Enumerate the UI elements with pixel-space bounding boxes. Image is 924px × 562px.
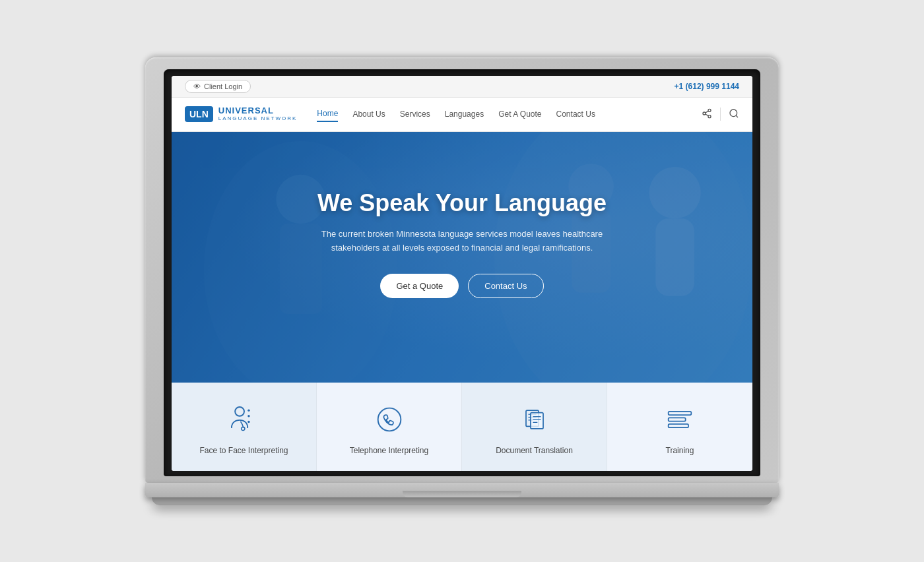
website: 👁 Client Login +1 (612) 999 1144 ULN UNI… bbox=[172, 76, 752, 471]
share-icon bbox=[702, 108, 712, 119]
svg-rect-25 bbox=[530, 412, 543, 428]
telephone-label: Telephone Interpreting bbox=[350, 446, 428, 455]
laptop-bottom bbox=[152, 497, 772, 505]
client-login-button[interactable]: 👁 Client Login bbox=[185, 80, 251, 93]
service-card-training[interactable]: Training bbox=[607, 383, 752, 471]
svg-line-6 bbox=[736, 115, 738, 117]
eye-icon: 👁 bbox=[193, 82, 201, 90]
screen-bezel: 👁 Client Login +1 (612) 999 1144 ULN UNI… bbox=[164, 69, 760, 476]
svg-rect-30 bbox=[669, 418, 686, 421]
screen: 👁 Client Login +1 (612) 999 1144 ULN UNI… bbox=[172, 76, 752, 471]
get-quote-button[interactable]: Get a Quote bbox=[380, 274, 459, 298]
training-icon-el bbox=[663, 402, 697, 437]
svg-rect-31 bbox=[669, 423, 688, 427]
face-to-face-icon bbox=[227, 402, 261, 437]
logo-main: UNIVERSAL bbox=[218, 106, 298, 115]
laptop-lid: 👁 Client Login +1 (612) 999 1144 ULN UNI… bbox=[145, 57, 779, 483]
svg-point-17 bbox=[248, 415, 249, 417]
document-label: Document Translation bbox=[496, 446, 573, 455]
nav-links: Home About Us Services Languages Get A Q… bbox=[317, 106, 702, 122]
face-to-face-label: Face to Face Interpreting bbox=[199, 446, 288, 455]
training-label: Training bbox=[666, 446, 694, 455]
client-login-label: Client Login bbox=[204, 82, 242, 90]
nav-contact[interactable]: Contact Us bbox=[556, 107, 595, 121]
navbar: ULN UNIVERSAL LANGUAGE NETWORK Home Abou… bbox=[172, 98, 752, 132]
search-icon bbox=[729, 108, 739, 119]
svg-point-5 bbox=[730, 109, 737, 117]
document-icon bbox=[517, 402, 552, 437]
nav-services[interactable]: Services bbox=[400, 107, 430, 121]
service-card-document[interactable]: Document Translation bbox=[462, 383, 607, 471]
search-button[interactable] bbox=[729, 108, 739, 121]
svg-point-15 bbox=[235, 406, 244, 416]
service-card-face-to-face[interactable]: Face to Face Interpreting bbox=[172, 383, 317, 471]
nav-icons bbox=[702, 108, 739, 121]
hero-subtitle: The current broken Minnesota language se… bbox=[310, 228, 614, 255]
nav-about[interactable]: About Us bbox=[352, 107, 385, 121]
laptop-frame: 👁 Client Login +1 (612) 999 1144 ULN UNI… bbox=[145, 57, 779, 505]
logo-area: ULN UNIVERSAL LANGUAGE NETWORK bbox=[185, 106, 297, 122]
hero-section: We Speak Your Language The current broke… bbox=[172, 132, 752, 383]
svg-point-18 bbox=[248, 420, 249, 422]
nav-languages[interactable]: Languages bbox=[445, 107, 484, 121]
hero-title: We Speak Your Language bbox=[310, 189, 614, 217]
svg-point-0 bbox=[708, 109, 711, 111]
hero-buttons: Get a Quote Contact Us bbox=[310, 274, 614, 298]
svg-point-1 bbox=[703, 112, 706, 115]
logo-text: UNIVERSAL LANGUAGE NETWORK bbox=[218, 106, 298, 121]
services-bar: Face to Face Interpreting Telephone Inte… bbox=[172, 383, 752, 471]
phone-link[interactable]: +1 (612) 999 1144 bbox=[675, 82, 739, 91]
svg-rect-29 bbox=[669, 411, 692, 414]
svg-line-3 bbox=[706, 114, 709, 116]
svg-point-16 bbox=[248, 409, 249, 411]
logo-abbr: ULN bbox=[185, 106, 213, 122]
logo-sub: LANGUAGE NETWORK bbox=[218, 116, 298, 122]
top-bar: 👁 Client Login +1 (612) 999 1144 bbox=[172, 76, 752, 98]
nav-home[interactable]: Home bbox=[317, 106, 338, 122]
laptop-base bbox=[145, 483, 779, 497]
nav-quote[interactable]: Get A Quote bbox=[498, 107, 541, 121]
service-card-telephone[interactable]: Telephone Interpreting bbox=[317, 383, 462, 471]
hero-content: We Speak Your Language The current broke… bbox=[310, 189, 614, 298]
share-button[interactable] bbox=[702, 108, 712, 121]
svg-point-2 bbox=[708, 115, 711, 117]
svg-point-20 bbox=[378, 408, 401, 431]
svg-line-4 bbox=[706, 111, 709, 113]
telephone-icon bbox=[372, 402, 407, 437]
contact-us-button[interactable]: Contact Us bbox=[468, 274, 543, 298]
nav-divider bbox=[720, 108, 721, 121]
